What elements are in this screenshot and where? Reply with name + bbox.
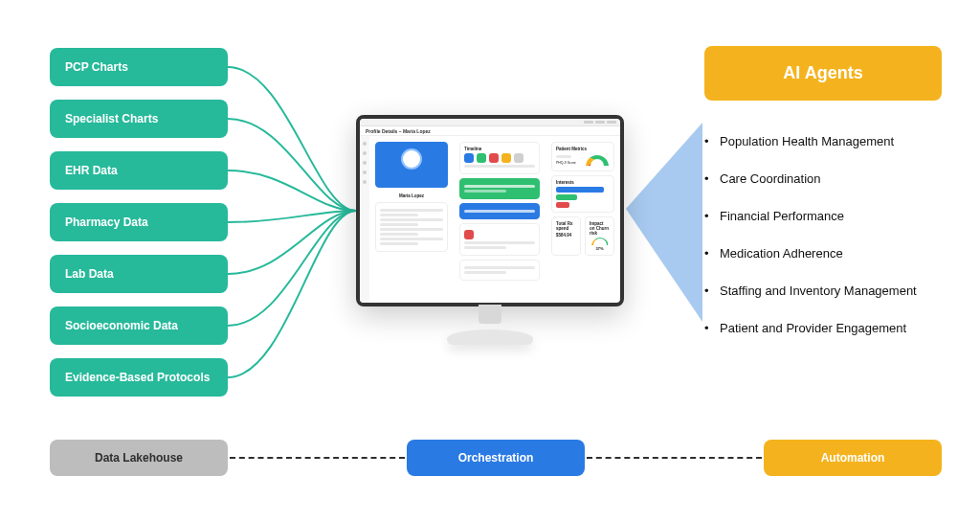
source-specialist-charts: Specialist Charts: [50, 100, 228, 138]
pill-automation: Automation: [764, 440, 942, 476]
source-label: Pharmacy Data: [65, 216, 148, 229]
nav-icon: [363, 170, 367, 174]
timeline-event-green: [459, 178, 540, 199]
event-line: [464, 190, 506, 193]
ai-agent-item: Population Health Management: [704, 123, 942, 160]
monitor-mockup: Profile Details – Maria Lopez Maria Lope…: [356, 115, 624, 345]
info-line: [380, 214, 418, 216]
dashed-connector: [230, 457, 405, 459]
event-line: [464, 210, 535, 213]
ai-agent-label: Patient and Provider Engagement: [720, 321, 906, 335]
nav-icon: [363, 180, 367, 184]
ai-agent-item: Medication Adherence: [704, 235, 942, 272]
source-label: Lab Data: [65, 267, 114, 281]
ai-agents-header: AI Agents: [704, 46, 942, 101]
event-badge: [501, 153, 511, 163]
source-socioeconomic-data: Socioeconomic Data: [50, 306, 228, 345]
app-screen: Profile Details – Maria Lopez Maria Lope…: [360, 119, 620, 303]
gauge-icon: [591, 238, 609, 246]
teal-connectors: [228, 67, 356, 377]
interests-title: Interests: [556, 180, 610, 185]
profile-title: Profile Details – Maria Lopez: [366, 128, 431, 134]
ai-agent-label: Staffing and Inventory Management: [720, 284, 917, 298]
event-badge: [514, 153, 523, 163]
window-btn: [595, 121, 605, 124]
window-btn: [584, 121, 593, 124]
churn-card: Impact on Churn risk 37%: [585, 216, 614, 256]
event-badge: [464, 153, 474, 163]
timeline-card: Timeline: [459, 142, 540, 174]
gauge-icon: [586, 155, 609, 167]
window-btn: [607, 121, 616, 124]
ai-agent-item: Care Coordination: [704, 160, 942, 197]
data-sources-column: PCP Charts Specialist Charts EHR Data Ph…: [50, 48, 228, 397]
timeline-event-blue: [459, 203, 540, 219]
source-label: PCP Charts: [65, 60, 128, 74]
screen-nav: [360, 136, 369, 303]
pill-data-lakehouse: Data Lakehouse: [50, 440, 228, 476]
info-line: [380, 228, 443, 231]
source-label: Evidence-Based Protocols: [65, 371, 210, 384]
nav-icon: [363, 161, 367, 165]
source-label: EHR Data: [65, 164, 118, 177]
ai-agent-label: Care Coordination: [720, 171, 821, 186]
ai-agents-title: AI Agents: [783, 63, 862, 82]
timeline-line: [464, 165, 535, 168]
screen-left-col: Maria Lopez: [369, 136, 454, 303]
churn-title: Impact on Churn risk: [590, 221, 610, 236]
event-badge: [477, 153, 486, 163]
metric-gauge-box: [585, 153, 610, 167]
timeline-event: [459, 260, 540, 281]
event-line: [464, 241, 535, 244]
pill-label: Automation: [821, 451, 885, 465]
nav-icon: [363, 151, 367, 155]
info-line: [380, 238, 443, 240]
ai-agent-item: Patient and Provider Engagement: [704, 309, 942, 347]
event-badge: [489, 153, 499, 163]
metrics-title: Patient Metrics: [556, 147, 610, 151]
interests-card: Interests: [551, 175, 614, 213]
event-line: [464, 266, 535, 269]
monitor-stand: [447, 305, 533, 345]
ai-agent-item: Financial Performance: [704, 197, 942, 235]
metrics-card: Patient Metrics PHQ-9 Score: [551, 142, 614, 171]
stat-line: [556, 155, 571, 158]
triangle-connector: [626, 123, 702, 322]
ai-agents-list: Population Health Management Care Coordi…: [704, 123, 942, 347]
pill-orchestration: Orchestration: [407, 440, 585, 476]
screen-mid-col: Timeline: [454, 136, 546, 303]
monitor-bezel: Profile Details – Maria Lopez Maria Lope…: [356, 115, 624, 306]
ai-agent-item: Staffing and Inventory Management: [704, 272, 942, 309]
screen-header: Profile Details – Maria Lopez: [360, 126, 620, 136]
screen-right-col: Patient Metrics PHQ-9 Score In: [546, 136, 620, 303]
pill-label: Orchestration: [458, 451, 534, 465]
event-badge: [464, 230, 474, 239]
bottom-row: Data Lakehouse Orchestration Automation: [50, 440, 942, 476]
rx-spend-value: $584.94: [556, 233, 576, 238]
source-evidence-protocols: Evidence-Based Protocols: [50, 358, 228, 397]
window-chrome: [360, 119, 620, 126]
timeline-event: [459, 223, 540, 256]
timeline-badges: [464, 153, 535, 163]
info-line: [380, 218, 443, 221]
patient-avatar-card: [375, 142, 448, 188]
metric-stat: PHQ-9 Score: [556, 153, 581, 167]
rx-spend-card: Total Rx spend $584.94: [551, 216, 581, 256]
churn-value: 37%: [590, 246, 610, 251]
screen-body: Maria Lopez Timeline: [360, 136, 620, 303]
dashed-connector: [587, 457, 762, 459]
info-line: [380, 223, 418, 226]
source-pharmacy-data: Pharmacy Data: [50, 203, 228, 241]
source-label: Specialist Charts: [65, 112, 158, 125]
pill-label: Data Lakehouse: [95, 451, 183, 465]
event-line: [464, 185, 535, 188]
patient-name: Maria Lopez: [375, 193, 448, 198]
source-pcp-charts: PCP Charts: [50, 48, 228, 86]
info-line: [380, 209, 443, 212]
source-lab-data: Lab Data: [50, 255, 228, 293]
ai-agent-label: Medication Adherence: [720, 246, 843, 261]
source-ehr-data: EHR Data: [50, 151, 228, 190]
info-line: [380, 242, 418, 245]
interest-bar: [556, 202, 569, 208]
event-line: [464, 271, 506, 274]
